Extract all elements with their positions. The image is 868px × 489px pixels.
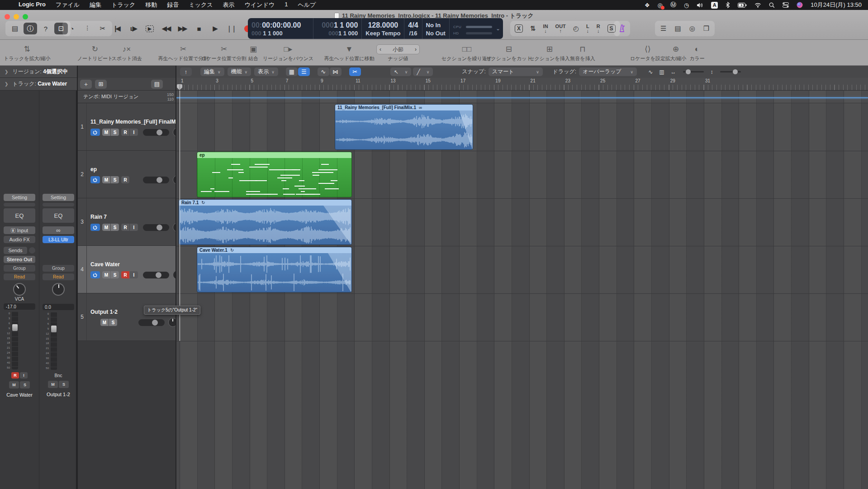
software-monitoring-button[interactable]: X <box>515 26 523 31</box>
volume-slider[interactable] <box>143 272 169 278</box>
nudge-value[interactable]: 小節 <box>393 46 403 53</box>
vertical-auto-zoom-icon[interactable]: ▥ <box>659 69 664 75</box>
input-slot[interactable]: ▮Input <box>4 226 35 234</box>
record-enable-button[interactable]: R <box>121 129 129 136</box>
eq-slot[interactable]: EQ <box>4 208 35 223</box>
region-ep-midi[interactable]: ep <box>197 152 352 197</box>
stop-button[interactable]: ■ <box>193 23 204 34</box>
vertical-zoom-icon[interactable]: ↕ <box>711 69 713 75</box>
toolbar-item-4[interactable]: ✂再生ヘッド位置で分割 <box>158 43 208 62</box>
crossfade-button[interactable]: ⋈ <box>330 67 342 76</box>
menu-item-11[interactable]: ヘルプ <box>293 1 321 9</box>
track-header-divider-line[interactable] <box>175 66 176 489</box>
nudge-next-button[interactable]: › <box>415 46 417 53</box>
track-name[interactable]: Rain 7 <box>90 214 107 220</box>
track-header-4-selected[interactable]: 4 Cave Water MS RI <box>78 246 176 293</box>
track-lanes-view-button[interactable]: ☰ <box>298 67 310 76</box>
functions-menu[interactable]: 機能∨ <box>228 67 251 76</box>
duplicate-track-button[interactable]: ⊞ <box>95 80 107 89</box>
channel-setting-button[interactable]: Setting <box>43 194 74 201</box>
toolbar-item-5[interactable]: ✂ロケータ位置で分割 <box>201 43 247 62</box>
horizontal-zoom-slider[interactable] <box>683 71 704 72</box>
toolbar-item-8[interactable]: ▼再生ヘッド位置に移動 <box>324 43 374 62</box>
editors-toggle[interactable]: ✂ <box>96 23 109 34</box>
menu-item-2[interactable]: ファイル <box>51 1 85 9</box>
edit-menu[interactable]: 編集∨ <box>200 67 224 76</box>
toolbar-item-12[interactable]: ⊞セクションを挿入 <box>529 43 570 62</box>
record-enable-button[interactable]: R <box>121 271 129 278</box>
mute-button[interactable]: M <box>9 381 19 388</box>
grid-view-button[interactable]: ▦ <box>286 67 298 76</box>
track-header-2[interactable]: 2 ep MS R <box>78 151 176 198</box>
bounce-label[interactable]: Bnc <box>43 373 74 379</box>
view-menu[interactable]: 表示∨ <box>254 67 278 76</box>
play-from-selection-button[interactable]: ▶ <box>144 23 156 34</box>
volume-slider[interactable] <box>143 177 169 183</box>
lcd-signature-section[interactable]: 4/4 /16 <box>404 18 422 39</box>
record-enable-button[interactable]: R <box>11 372 19 379</box>
audio-fx-slot[interactable]: Audio FX <box>4 236 35 243</box>
toolbar-item-9[interactable]: ‹小節›ナッジ値 <box>376 43 420 62</box>
wifi-icon[interactable] <box>754 3 761 8</box>
battery-icon[interactable] <box>738 3 747 8</box>
automation-button[interactable]: ∿ <box>318 67 329 76</box>
lcd-tempo-section[interactable]: 128.0000 Keep Tempo <box>362 18 404 39</box>
horizontal-zoom-icon[interactable]: ↔ <box>671 69 676 75</box>
track-header-1[interactable]: 1 11_Rainy Memories_[Full] FinalMix MS R… <box>78 103 176 151</box>
lcd-position-section[interactable]: 0001 1 000 0001 1 000 <box>313 18 362 39</box>
tempo-curve-line[interactable] <box>176 97 868 98</box>
track-on-off-button[interactable] <box>90 129 100 136</box>
input-source-a[interactable]: A <box>711 2 718 9</box>
forward-button[interactable]: ▶▶ <box>176 23 188 34</box>
menu-item-9[interactable]: ウインドウ <box>240 1 280 9</box>
gain-slot[interactable] <box>4 203 35 206</box>
region-cavewater[interactable]: Cave Water.1↻ <box>197 247 352 292</box>
menu-clock[interactable]: 10月24日(月) 13:50 <box>811 1 862 9</box>
volume-fader[interactable]: 03691215182124304050 <box>43 312 74 370</box>
nudge-prev-button[interactable]: ‹ <box>379 46 381 53</box>
smart-controls-toggle[interactable]: ◔ <box>65 23 79 34</box>
hide-tracks-button[interactable]: ▤ <box>151 80 163 89</box>
mute-button[interactable]: M <box>102 129 110 136</box>
toolbar-item-7[interactable]: □▸リージョンをバウンス <box>263 43 313 62</box>
pre-fader-metering-right-button[interactable]: R↓ <box>597 24 600 33</box>
volume-slider[interactable] <box>138 319 165 326</box>
siri-icon[interactable] <box>797 2 803 8</box>
toolbar-item-10[interactable]: □□セクションを繰り返す <box>441 43 492 62</box>
track-name[interactable]: Cave Water <box>90 261 120 268</box>
volume-slider[interactable] <box>143 129 169 136</box>
add-track-button[interactable]: ＋ <box>80 80 92 89</box>
audio-fx-plugin-slot[interactable]: L3-LL Ultr <box>43 236 74 243</box>
mute-button[interactable]: M <box>102 176 110 183</box>
sends-slot[interactable]: Sends <box>4 247 27 254</box>
menu-item-6[interactable]: 録音 <box>162 1 184 9</box>
gain-slot[interactable] <box>43 203 74 206</box>
solo-button[interactable]: S <box>111 176 119 183</box>
output-slot[interactable]: Stereo Out <box>4 256 35 263</box>
record-enable-button[interactable]: R <box>121 224 129 231</box>
inspector-info-toggle[interactable]: ⓘ <box>24 23 37 34</box>
input-monitor-button[interactable]: I <box>20 372 28 379</box>
command-click-tool-menu[interactable]: ╱∨ <box>413 67 433 76</box>
record-enable-button[interactable]: R <box>121 176 129 183</box>
toolbar-item-14[interactable]: ⟨⟩ロケータを設定 <box>630 43 665 62</box>
format-slot[interactable]: ∞ <box>43 226 74 234</box>
list-editors-toggle[interactable]: ☰ <box>660 24 666 33</box>
spotlight-icon[interactable] <box>769 2 775 8</box>
split-tool-button[interactable]: ✂ <box>349 67 361 76</box>
toolbar-item-15[interactable]: ⊕拡大/縮小 <box>665 43 686 62</box>
quick-help-toggle[interactable]: ? <box>39 23 52 34</box>
bar-ruler[interactable]: 135791113151719212325272931 <box>176 78 868 91</box>
menu-item-4[interactable]: トラック <box>106 1 140 9</box>
snap-menu[interactable]: スマート∨ <box>489 67 543 76</box>
tuner-button[interactable]: ◴ <box>573 26 579 31</box>
playhead-line[interactable] <box>180 91 180 341</box>
mixer-toggle[interactable]: ⫶ <box>81 23 94 34</box>
track-name[interactable]: ep <box>90 166 97 173</box>
input-monitor-button[interactable]: I <box>130 224 138 231</box>
tracks-timeline[interactable]: 11_Rainy Memories_[Full] FinalMix.1∞ ep … <box>176 91 868 489</box>
mute-button[interactable]: M <box>102 271 110 278</box>
input-monitor-button[interactable]: I <box>130 271 138 278</box>
play-from-left-window-button[interactable]: ʟ▶ <box>128 23 139 34</box>
track-header-5[interactable]: 5 Output 1-2 MS <box>78 293 176 341</box>
